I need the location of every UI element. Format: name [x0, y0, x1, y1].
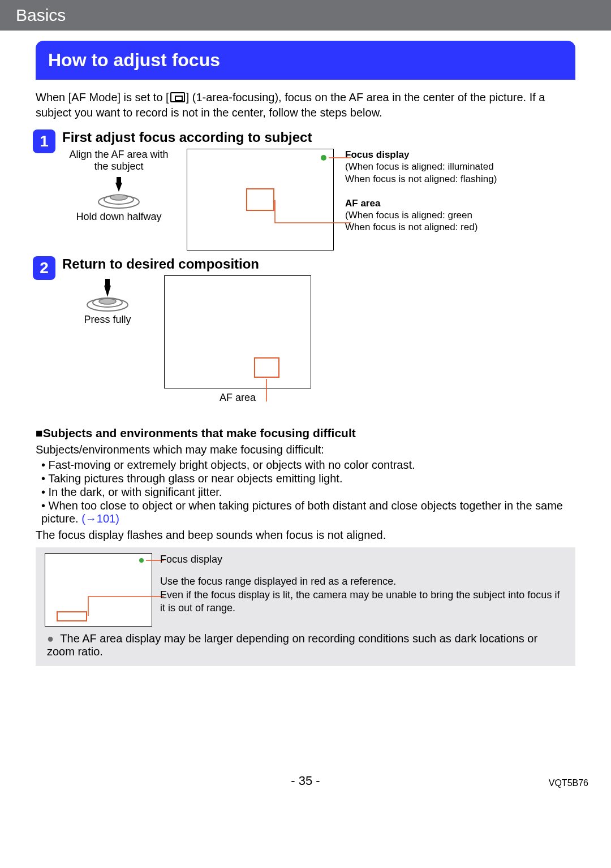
- focus-display-note-box: Focus display Use the focus range displa…: [36, 547, 575, 666]
- page-title-banner: How to adjust focus: [36, 41, 575, 80]
- gray-bullet: The AF area display may be larger depend…: [45, 632, 566, 658]
- subjects-heading: ■Subjects and environments that make foc…: [36, 426, 575, 440]
- svg-marker-8: [104, 286, 111, 297]
- svg-marker-3: [115, 183, 122, 192]
- bullet-4: • When too close to object or when takin…: [41, 499, 575, 525]
- shutter-column: Align the AF area with the subject Hold …: [62, 149, 175, 251]
- step-1: 1 First adjust focus according to subjec…: [33, 129, 575, 251]
- one-area-icon: [170, 92, 185, 102]
- shutter-column-2: Press fully: [62, 275, 153, 326]
- bullet-1: • Fast-moving or extremely bright object…: [41, 459, 575, 472]
- focus-display-title: Focus display: [345, 149, 575, 161]
- af-area-line2: When focus is not aligned: red): [345, 221, 575, 233]
- page-number: - 35 -: [291, 774, 320, 788]
- subjects-intro: Subjects/environments which may make foc…: [36, 443, 575, 456]
- subjects-note: The focus display flashes and beep sound…: [36, 529, 575, 542]
- shutter-caption-bottom: Hold down halfway: [62, 211, 175, 223]
- step-2: 2 Return to desired composition Press fu: [33, 256, 575, 404]
- square-bullet-icon: ■: [36, 426, 43, 439]
- focus-display-line1: (When focus is aligned: illuminated: [345, 161, 575, 172]
- subjects-bullets: • Fast-moving or extremely bright object…: [41, 459, 575, 525]
- page-link-101[interactable]: (→101): [81, 512, 119, 525]
- svg-point-2: [110, 195, 127, 200]
- shutter-caption-top: Align the AF area with the subject: [62, 149, 175, 172]
- step-1-title: First adjust focus according to subject: [62, 129, 575, 145]
- doc-code: VQT5B76: [549, 778, 588, 788]
- step-1-number: 1: [33, 129, 55, 153]
- svg-rect-9: [105, 279, 110, 287]
- bullet-2: • Taking pictures through glass or near …: [41, 472, 575, 485]
- section-title: Basics: [16, 6, 66, 24]
- bullet-3: • In the dark, or with significant jitte…: [41, 486, 575, 499]
- step-1-callouts: Focus display (When focus is aligned: il…: [345, 149, 575, 251]
- viewfinder-diagram-2: [164, 275, 311, 388]
- page-footer: - 35 - VQT5B76: [0, 774, 611, 805]
- page-content: How to adjust focus When [AF Mode] is se…: [0, 41, 611, 677]
- af-area-title: AF area: [345, 197, 575, 209]
- viewfinder-diagram-1: [187, 149, 334, 251]
- section-header: Basics: [0, 0, 611, 31]
- subjects-section: ■Subjects and environments that make foc…: [36, 426, 575, 542]
- page-title: How to adjust focus: [48, 50, 220, 70]
- gray-callout-2a: Use the focus range displayed in red as …: [160, 575, 566, 588]
- focus-display-line2: When focus is not aligned: flashing): [345, 173, 575, 185]
- shutter-full-icon: [82, 278, 133, 312]
- shutter-half-icon: [93, 175, 144, 209]
- svg-rect-4: [117, 177, 121, 184]
- intro-before: When [AF Mode] is set to [: [36, 91, 169, 103]
- subjects-heading-text: Subjects and environments that make focu…: [43, 426, 356, 439]
- step-2-number: 2: [33, 256, 55, 280]
- gray-callout-1: Focus display: [160, 553, 566, 566]
- af-area-line1: (When focus is aligned: green: [345, 209, 575, 221]
- shutter-caption-2: Press fully: [62, 314, 153, 326]
- focus-diagram: [45, 553, 152, 627]
- gray-callout-2b: Even if the focus display is lit, the ca…: [160, 589, 566, 615]
- intro-text: When [AF Mode] is set to [] (1-area-focu…: [36, 90, 575, 120]
- svg-point-7: [99, 299, 116, 304]
